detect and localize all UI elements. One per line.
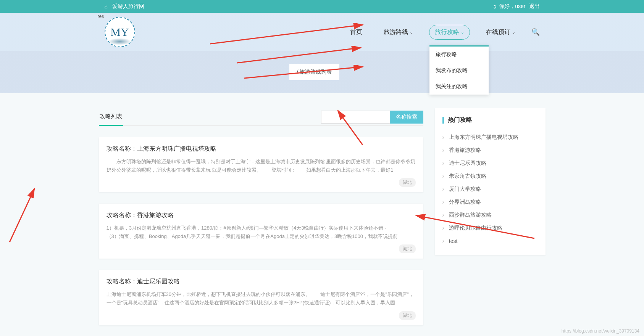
search-button[interactable]: 名称搜索 xyxy=(390,111,423,124)
chevron-down-icon: ⌄ xyxy=(461,30,464,35)
tab-title[interactable]: 攻略列表 xyxy=(99,108,123,126)
header: res MY 首页 旅游路线 ⌄ 旅行攻略 ⌄ 旅行攻略 我发布的攻略 我关注的… xyxy=(0,13,644,51)
search-icon[interactable]: 🔍 xyxy=(531,28,540,36)
hot-item[interactable]: test xyxy=(442,235,538,248)
nav-guides[interactable]: 旅行攻略 ⌄ 旅行攻略 我发布的攻略 我关注的攻略 xyxy=(429,25,470,40)
article-desc: 1）机票，3月份定港龙航空杭州直飞香港，1280/位；#原创新人#澳门—繁华又精… xyxy=(107,224,416,241)
nav-routes-label: 旅游路线 xyxy=(384,28,408,36)
nav-routes[interactable]: 旅游路线 ⌄ xyxy=(378,25,418,39)
hot-item[interactable]: 西沙群岛旅游攻略 xyxy=(442,209,538,222)
hot-item[interactable]: 厦门大学攻略 xyxy=(442,183,538,196)
article-card[interactable]: 攻略名称：迪士尼乐园攻略 上海迪士尼离浦东机场打车30分钟，比虹桥近，想下飞机直… xyxy=(99,270,423,325)
article-card[interactable]: 攻略名称：香港旅游攻略 1）机票，3月份定港龙航空杭州直飞香港，1280/位；#… xyxy=(99,204,423,259)
hot-item[interactable]: 分界洲岛攻略 xyxy=(442,196,538,209)
banner: / 旅游路线列表 xyxy=(0,51,644,93)
nav-guides-label: 旅行攻略 xyxy=(435,28,459,36)
annotation-arrow xyxy=(8,187,38,244)
title-bar-icon xyxy=(442,117,444,124)
article-title: 攻略名称：上海东方明珠广播电视塔攻略 xyxy=(107,145,416,153)
top-bar: ⌂ 爱游人旅行网 ➲ 你好，user 退出 xyxy=(0,0,644,13)
hot-item[interactable]: 游呼伦贝尔自由行攻略 xyxy=(442,222,538,235)
article-desc: 东方明珠塔的陈列馆还是非常值得一逛哦，特别是对于上海宁，这里是上海城市历史发展陈… xyxy=(107,158,416,174)
article-card[interactable]: 攻略名称：上海东方明珠广播电视塔攻略 东方明珠塔的陈列馆还是非常值得一逛哦，特别… xyxy=(99,137,423,192)
logo[interactable]: MY xyxy=(105,17,135,47)
logo-badge: res xyxy=(98,14,104,19)
login-icon: ➲ xyxy=(492,3,497,10)
hot-item[interactable]: 朱家角古镇攻略 xyxy=(442,170,538,183)
article-title: 攻略名称：迪士尼乐园攻略 xyxy=(107,278,416,286)
nav-booking[interactable]: 在线预订 ⌄ xyxy=(481,25,521,39)
nav-home-label: 首页 xyxy=(350,28,362,36)
article-tag: 湖北 xyxy=(399,311,416,320)
sidebar-title-text: 热门攻略 xyxy=(448,116,472,124)
dropdown-item-guides[interactable]: 旅行攻略 xyxy=(429,47,489,63)
hot-item[interactable]: 香港旅游攻略 xyxy=(442,144,538,157)
greeting: 你好，user xyxy=(499,3,525,10)
sidebar-title: 热门攻略 xyxy=(442,116,538,124)
dropdown-item-my-posts[interactable]: 我发布的攻略 xyxy=(429,63,489,79)
breadcrumb: / 旅游路线列表 xyxy=(289,64,340,80)
article-tag: 湖北 xyxy=(399,178,416,187)
nav-home[interactable]: 首页 xyxy=(345,25,368,39)
hot-list: 上海东方明珠广播电视塔攻略 香港旅游攻略 迪士尼乐园攻略 朱家角古镇攻略 厦门大… xyxy=(442,131,538,248)
logout-link[interactable]: 退出 xyxy=(529,3,540,10)
search-input[interactable] xyxy=(321,111,390,124)
chevron-down-icon: ⌄ xyxy=(410,30,413,35)
hot-item[interactable]: 迪士尼乐园攻略 xyxy=(442,157,538,170)
sidebar: 热门攻略 上海东方明珠广播电视塔攻略 香港旅游攻略 迪士尼乐园攻略 朱家角古镇攻… xyxy=(435,108,546,336)
guides-dropdown: 旅行攻略 我发布的攻略 我关注的攻略 xyxy=(429,45,489,95)
dropdown-item-followed[interactable]: 我关注的攻略 xyxy=(429,79,489,95)
main-content: 攻略列表 名称搜索 攻略名称：上海东方明珠广播电视塔攻略 东方明珠塔的陈列馆还是… xyxy=(99,108,423,336)
article-tag: 湖北 xyxy=(399,244,416,253)
logo-text: MY xyxy=(110,26,129,39)
chevron-down-icon: ⌄ xyxy=(512,30,515,35)
watermark: https://blog.csdn.net/weixin_39709134 xyxy=(562,328,639,334)
main-nav: 首页 旅游路线 ⌄ 旅行攻略 ⌄ 旅行攻略 我发布的攻略 我关注的攻略 在线预订… xyxy=(345,25,540,40)
site-name[interactable]: 爱游人旅行网 xyxy=(112,3,144,10)
svg-line-4 xyxy=(10,189,34,242)
article-title: 攻略名称：香港旅游攻略 xyxy=(107,211,416,219)
article-desc: 上海迪士尼离浦东机场打车30分钟，比虹桥近，想下飞机直接过去玩的小伙伴可以落在浦… xyxy=(107,290,416,307)
home-icon[interactable]: ⌂ xyxy=(105,3,108,10)
hot-item[interactable]: 上海东方明珠广播电视塔攻略 xyxy=(442,131,538,144)
nav-booking-label: 在线预订 xyxy=(486,28,510,36)
